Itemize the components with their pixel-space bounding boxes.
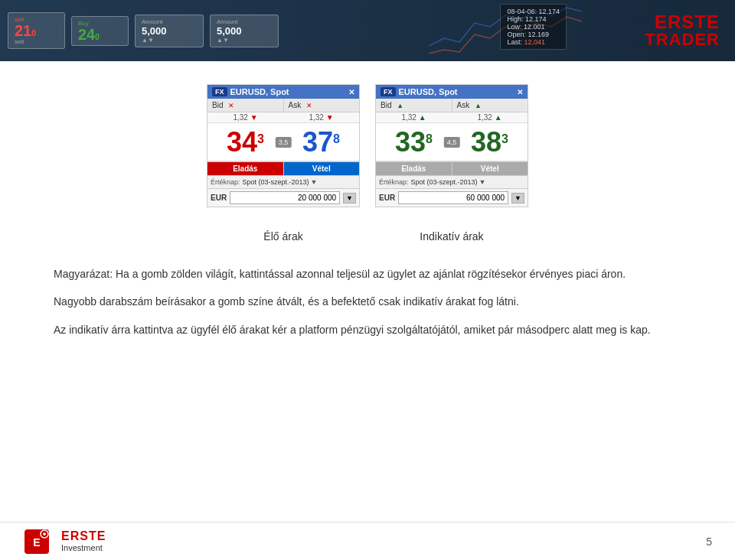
fx-badge-1: FX — [212, 87, 227, 96]
widget-1-header: FX EURUSD, Spot ✕ — [207, 85, 359, 99]
widget-2-value-date-value: Spot (03-szept.-2013) — [411, 178, 478, 186]
indicative-price-widget: FX EURUSD, Spot ✕ Bid ▲ Ask ▲ 1,32 ▲ — [375, 84, 528, 207]
erste-footer-text: ERSTE Investment — [61, 530, 106, 552]
widget-2-title: EURUSD, Spot — [399, 87, 458, 96]
investment-label: Investment — [61, 543, 103, 552]
widget-2-value-date: Értéknap: Spot (03-szept.-2013) ▼ — [376, 175, 528, 188]
widget-1-bid-big: 34 — [227, 126, 257, 158]
footer-logo: E ERSTE Investment — [23, 528, 106, 555]
widget-1-spread: 3,5 — [276, 137, 292, 148]
erste-footer-brand: ERSTE — [61, 530, 106, 542]
widget-1-close[interactable]: ✕ — [348, 88, 354, 96]
page-number: 5 — [706, 536, 712, 548]
indicative-price-label: Indikatív árak — [375, 230, 528, 243]
widget-2-header: FX EURUSD, Spot ✕ — [376, 85, 528, 99]
top-banner: sell 210 sell Buy 240 Amount 5,000 ▲▼ Am… — [0, 0, 735, 61]
widget-1-title: EURUSD, Spot — [230, 87, 289, 96]
widget-2-spread: 4,5 — [444, 137, 460, 148]
text-content: Magyarázat: Ha a gomb zölden világít, ka… — [54, 265, 681, 338]
widget-2-currency: EUR — [379, 194, 395, 202]
fx-badge-2: FX — [381, 87, 396, 96]
widget-1-bid-sub: 3 — [257, 132, 264, 145]
widget-1-bid-ask-labels: Bid ✕ Ask ✕ — [207, 99, 359, 112]
widget-1-sell-buy-row[interactable]: Eladás Vétel — [207, 161, 359, 175]
widget-labels: Élő árak Indikatív árak — [46, 230, 689, 243]
widget-2-bid-sub: 8 — [426, 132, 433, 145]
widget-1-currency: EUR — [211, 194, 227, 202]
widget-1-sell-btn[interactable]: Eladás — [207, 162, 284, 175]
widget-2-ask-arrow: ▲ — [475, 102, 482, 109]
widget-1-value-date: Értéknap: Spot (03-szept.-2013) ▼ — [207, 175, 359, 188]
widget-1-buy-btn[interactable]: Vétel — [284, 162, 360, 175]
live-price-widget: FX EURUSD, Spot ✕ Bid ✕ Ask ✕ 1,32 ▼ — [207, 84, 360, 207]
live-price-label: Élő árak — [207, 230, 360, 243]
widget-1-bid-arrow: ✕ — [228, 102, 234, 109]
widget-1-value-date-value: Spot (03-szept.-2013) — [243, 178, 309, 186]
widget-1-ask-sub: 8 — [333, 132, 340, 145]
widget-1-value-date-label: Értéknap: — [211, 178, 240, 186]
footer: E ERSTE Investment 5 — [0, 522, 735, 560]
widget-1-price-display: 343 3,5 378 — [207, 123, 359, 161]
widget-2-ask-label: Ask — [457, 101, 470, 109]
widget-2-sell-buy-row[interactable]: Eladás Vétel — [376, 161, 528, 175]
widget-1-ask-label: Ask — [289, 101, 302, 109]
widget-1-ask-base: 1,32 ▼ — [283, 113, 359, 122]
widget-1-bid-base: 1,32 ▼ — [207, 113, 283, 122]
widget-2-bid-label: Bid — [381, 101, 391, 109]
widget-2-amount-input[interactable] — [398, 191, 508, 204]
widget-2-bid-ask-labels: Bid ▲ Ask ▲ — [376, 99, 528, 112]
widget-1-bid-label: Bid — [212, 101, 223, 109]
erste-trader-logo-header: ERSTE TRADER — [645, 13, 720, 48]
erste-logo-icon: E — [23, 528, 51, 555]
widget-1-ask-arrow: ✕ — [306, 102, 312, 109]
widget-2-sell-btn[interactable]: Eladás — [376, 162, 452, 175]
widget-2-bid-arrow: ▲ — [397, 102, 403, 109]
widget-2-amount-arrow[interactable]: ▼ — [511, 193, 524, 203]
widget-2-ask-sub: 3 — [501, 132, 508, 145]
svg-text:E: E — [33, 536, 40, 549]
widget-2-bid-big: 33 — [395, 126, 426, 158]
widgets-container: FX EURUSD, Spot ✕ Bid ✕ Ask ✕ 1,32 ▼ — [46, 84, 689, 207]
widget-2-amount-row: EUR ▼ — [376, 188, 528, 207]
widget-1-amount-input[interactable] — [230, 191, 340, 204]
widget-2-ask-big: 38 — [471, 126, 501, 158]
widget-1-amount-row: EUR ▼ — [207, 188, 359, 207]
banner-widgets: sell 210 sell Buy 240 Amount 5,000 ▲▼ Am… — [0, 12, 279, 49]
widget-1-amount-arrow[interactable]: ▼ — [343, 193, 356, 203]
widget-2-value-date-label: Értéknap: — [379, 178, 409, 186]
widget-2-ask-base: 1,32 ▲ — [452, 113, 528, 122]
paragraph-3: Az indikatív árra kattintva az ügyfél él… — [54, 321, 681, 338]
widget-1-ask-big: 37 — [302, 126, 333, 158]
widget-2-bid-base: 1,32 ▲ — [376, 113, 452, 122]
paragraph-2: Nagyobb darabszám beírásakor a gomb szín… — [54, 293, 681, 310]
paragraph-1: Magyarázat: Ha a gomb zölden világít, ka… — [54, 265, 681, 282]
widget-2-price-display: 338 4,5 383 — [376, 123, 528, 161]
widget-2-close[interactable]: ✕ — [517, 88, 523, 96]
main-content: FX EURUSD, Spot ✕ Bid ✕ Ask ✕ 1,32 ▼ — [0, 61, 735, 372]
widget-2-buy-btn[interactable]: Vétel — [452, 162, 528, 175]
